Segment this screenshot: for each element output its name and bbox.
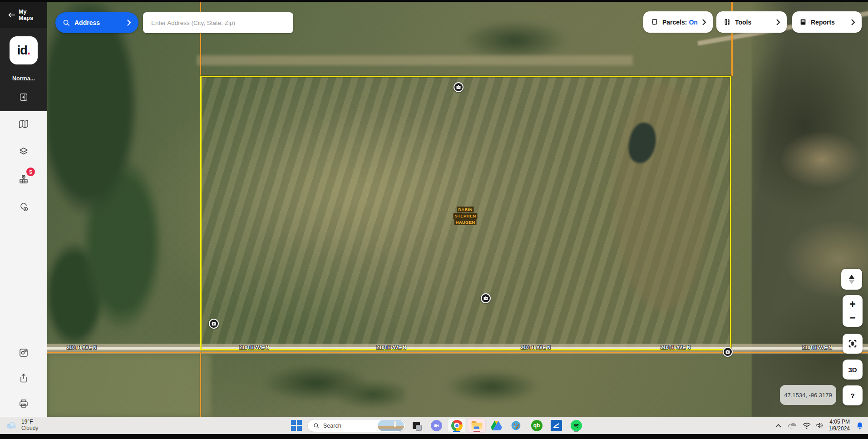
scanner-app-taskbar-button[interactable] <box>548 418 564 433</box>
sidebar-save-snapshot-button[interactable] <box>16 345 31 360</box>
chevron-right-icon <box>776 19 780 25</box>
tray-wifi[interactable] <box>801 420 812 431</box>
satellite-map-canvas[interactable]: 210TH AVE N 210TH AVE N 210TH AVE N 210T… <box>47 2 868 417</box>
address-input[interactable] <box>143 12 293 33</box>
cloud-weather-icon <box>5 421 17 429</box>
chevron-up-icon <box>775 424 781 428</box>
google-drive-taskbar-button[interactable] <box>488 418 504 433</box>
collapse-panel-icon <box>19 92 29 102</box>
taskbar-weather-widget[interactable]: 19°F Cloudy <box>5 419 38 431</box>
teams-chat-button[interactable] <box>429 418 444 433</box>
notification-bell[interactable] <box>854 420 865 431</box>
address-search-mode-button[interactable]: Address <box>55 12 138 33</box>
tools-icon <box>724 18 731 26</box>
owner-line: STEPHEN <box>454 213 478 219</box>
land-id-logo[interactable]: id. <box>10 36 38 64</box>
task-view-button[interactable] <box>409 418 424 433</box>
sidebar-print-button[interactable] <box>16 396 31 411</box>
address-button-label: Address <box>74 19 123 26</box>
tools-menu-button[interactable]: Tools <box>716 11 787 33</box>
road-name-label: 210TH AVE N <box>802 345 832 350</box>
chrome-taskbar-button[interactable] <box>448 418 466 433</box>
parcels-label: Parcels: On <box>662 19 698 26</box>
tilt-up-icon <box>849 275 854 279</box>
parcels-count-badge: 5 <box>26 168 35 176</box>
map-3d-button[interactable]: 3D <box>843 360 863 380</box>
road-name-label: 210TH AVE N <box>521 345 551 350</box>
taskbar-clock[interactable]: 4:05 PM 1/9/2024 <box>829 419 850 432</box>
paint-taskbar-button[interactable] <box>508 418 524 433</box>
spotify-icon <box>571 420 582 431</box>
taskbar-search-label: Search <box>323 423 374 429</box>
collapse-sidebar-button[interactable] <box>16 89 31 105</box>
quickbooks-icon: qb <box>531 420 542 431</box>
clock-date: 1/9/2024 <box>829 425 850 432</box>
reports-menu-button[interactable]: Reports <box>792 11 862 33</box>
sidebar-parcels-button[interactable]: 5 <box>16 172 31 187</box>
photo-marker-camera-icon[interactable] <box>723 347 733 357</box>
sidebar-layers-button[interactable] <box>16 144 31 159</box>
sidebar-add-pin-button[interactable] <box>16 199 31 215</box>
map-tilt-control[interactable] <box>841 269 862 290</box>
parcel-map-pin-icon <box>18 174 29 185</box>
chrome-icon <box>451 420 463 431</box>
wifi-icon <box>803 422 811 429</box>
file-explorer-taskbar-button[interactable] <box>468 418 486 433</box>
chat-video-icon <box>431 420 442 431</box>
parcel-owner-label[interactable]: DARIN STEPHEN HAUGEN <box>454 207 478 225</box>
quickbooks-taskbar-button[interactable]: qb <box>529 418 544 433</box>
running-app-indicator <box>574 431 578 432</box>
map-terrain-texture <box>47 2 183 347</box>
windows-logo-icon <box>291 420 302 431</box>
clock-time: 4:05 PM <box>829 419 850 425</box>
tray-show-hidden-icons[interactable] <box>773 420 784 431</box>
bell-icon <box>856 422 863 429</box>
map-terrain-texture <box>438 6 592 74</box>
center-on-parcel-button[interactable] <box>843 334 863 354</box>
photo-marker-camera-icon[interactable] <box>454 82 464 92</box>
focus-icon <box>848 339 858 349</box>
taskbar-search[interactable]: Search <box>307 419 405 432</box>
map-terrain-texture <box>424 360 560 413</box>
tilt-down-icon <box>849 280 854 284</box>
report-document-icon <box>799 18 807 26</box>
back-arrow-icon <box>8 12 15 18</box>
onedrive-cloud-icon <box>787 422 797 429</box>
parcels-toggle-button[interactable]: Parcels: On <box>643 11 713 33</box>
search-highlight-image <box>378 420 404 431</box>
start-button[interactable] <box>289 418 304 433</box>
file-explorer-icon <box>471 420 483 430</box>
weather-condition: Cloudy <box>21 425 38 431</box>
photo-marker-camera-icon[interactable] <box>481 293 491 303</box>
owner-line: DARIN <box>457 207 474 212</box>
parcel-polygon-icon <box>651 18 658 26</box>
help-button[interactable]: ? <box>843 385 863 405</box>
save-snapshot-icon <box>18 347 29 358</box>
tray-onedrive[interactable] <box>787 420 798 431</box>
sidebar-share-button[interactable] <box>16 370 31 386</box>
google-drive-icon <box>491 420 502 430</box>
parcels-on-state: On <box>689 19 697 26</box>
cursor-coordinates-readout: 47.1534, -96.3179 <box>780 385 836 405</box>
section-line-horizontal <box>47 352 868 353</box>
zoom-in-button[interactable]: + <box>849 297 855 311</box>
map-zoom-control: + − <box>843 295 863 327</box>
share-icon <box>18 373 29 384</box>
photo-marker-camera-icon[interactable] <box>209 319 219 329</box>
road-name-label: 210TH AVE N <box>376 345 406 350</box>
sidebar-dark-section: My Maps id. Norma... <box>0 2 47 111</box>
zoom-out-button[interactable]: − <box>849 311 855 325</box>
tray-volume[interactable] <box>814 420 825 431</box>
screen-bottom-edge <box>0 434 868 439</box>
back-to-my-maps[interactable]: My Maps <box>0 2 47 28</box>
road-name-label: 210TH AVE N <box>67 345 97 350</box>
weather-temperature: 19°F <box>21 419 38 425</box>
reports-label: Reports <box>811 19 847 26</box>
map-terrain-texture <box>242 357 406 415</box>
spotify-taskbar-button[interactable] <box>568 418 584 433</box>
logo-text: id. <box>17 44 30 58</box>
back-label: My Maps <box>19 9 39 21</box>
print-icon <box>18 398 29 409</box>
map-icon <box>18 118 29 129</box>
sidebar-basemap-button[interactable] <box>16 116 31 132</box>
